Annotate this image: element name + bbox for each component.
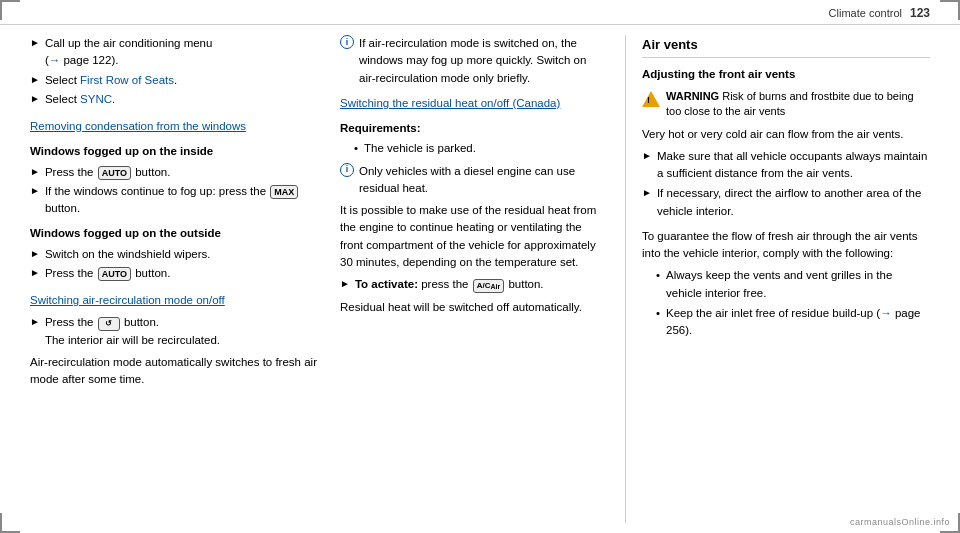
arrow-icon: ► [30,72,40,87]
auto-badge-1: AUTO [98,166,131,180]
activate-text: To activate: [355,278,418,290]
intro-bullet-3: ► Select SYNC. [30,91,320,108]
warning-text: WARNING Risk of burns and frostbite due … [666,89,930,120]
mid-para1: It is possible to make use of the residu… [340,202,605,271]
section2-title: Switching air-recirculation mode on/off [30,292,320,309]
warning-triangle [642,91,660,107]
arrow-icon: ► [30,164,40,179]
arrow-icon: ► [30,265,40,280]
info-text-1: If air-recirculation mode is switched on… [359,35,605,87]
final-bullet-1: • Always keep the vents and vent grilles… [648,267,930,302]
recirc-badge: ↺ [98,317,120,331]
req-bullet-1: • The vehicle is parked. [346,140,605,157]
air-vents-title: Air vents [642,35,930,58]
windows-outside-bullet-2: ► Press the AUTO button. [30,265,320,282]
auto-badge-2: AUTO [98,267,131,281]
windows-inside-title: Windows fogged up on the inside [30,143,320,160]
intro-bullet-2: ► Select First Row of Seats. [30,72,320,89]
watermark: carmanualsOnline.info [850,517,950,527]
activate-bullet: ► To activate: press the A/CAir button. [340,276,605,293]
recirc-bullet-1: ► Press the ↺ button. The interior air w… [30,314,320,349]
content-area: ► Call up the air conditioning menu(→ pa… [0,25,960,533]
col-left: ► Call up the air conditioning menu(→ pa… [30,35,320,523]
very-hot-text: Very hot or very cold air can flow from … [642,126,930,143]
arrow-icon: ► [30,91,40,106]
col-mid: i If air-recirculation mode is switched … [340,35,605,523]
intro-bullet-1: ► Call up the air conditioning menu(→ pa… [30,35,320,70]
arrow-icon: ► [642,185,652,200]
right-bullet-1: ► Make sure that all vehicle occupants a… [642,148,930,183]
arrow-icon: ► [30,246,40,261]
windows-outside-bullet-1: ► Switch on the windshield wipers. [30,246,320,263]
right-para: To guarantee the flow of fresh air throu… [642,228,930,263]
final-bullet-2: • Keep the air inlet free of residue bui… [648,305,930,340]
right-bullet-2: ► If necessary, direct the airflow to an… [642,185,930,220]
arrow-icon: ► [30,35,40,50]
header-page: 123 [910,6,930,20]
info-icon-1: i [340,35,354,49]
bullet-dot: • [656,267,660,284]
arrow-icon: ► [30,314,40,329]
arrow-icon: ► [340,276,350,291]
ac-badge: A/CAir [473,279,505,293]
corner-mark-bl [0,513,20,533]
max-badge: MAX [270,185,298,199]
info-block-2: i Only vehicles with a diesel engine can… [340,163,605,198]
info-text-2: Only vehicles with a diesel engine can u… [359,163,605,198]
warning-label: WARNING [666,90,719,102]
req-text-1: The vehicle is parked. [364,140,476,157]
activate-mid: press the [421,278,472,290]
info-icon-2: i [340,163,354,177]
warning-block: WARNING Risk of burns and frostbite due … [642,89,930,120]
requirements-label: Requirements: [340,120,605,137]
recirc-note: Air-recirculation mode automatically swi… [30,354,320,389]
section1-title: Removing condensation from the windows [30,118,320,135]
header-title: Climate control [829,7,902,19]
activate-after: button. [508,278,543,290]
windows-outside-title: Windows fogged up on the outside [30,225,320,242]
adjust-title: Adjusting the front air vents [642,66,930,83]
windows-inside-bullet-1: ► Press the AUTO button. [30,164,320,181]
bullet-dot: • [354,140,358,157]
residual-note: Residual heat will be switched off autom… [340,299,605,316]
corner-mark-tr [940,0,960,20]
corner-mark-tl [0,0,20,20]
col-right: Air vents Adjusting the front air vents … [625,35,930,523]
header: Climate control 123 [0,0,960,25]
bullet-dot: • [656,305,660,322]
info-block-1: i If air-recirculation mode is switched … [340,35,605,87]
mid-section-title: Switching the residual heat on/off (Cana… [340,95,605,112]
windows-inside-bullet-2: ► If the windows continue to fog up: pre… [30,183,320,218]
arrow-icon: ► [642,148,652,163]
warning-icon [642,90,660,108]
arrow-icon: ► [30,183,40,198]
